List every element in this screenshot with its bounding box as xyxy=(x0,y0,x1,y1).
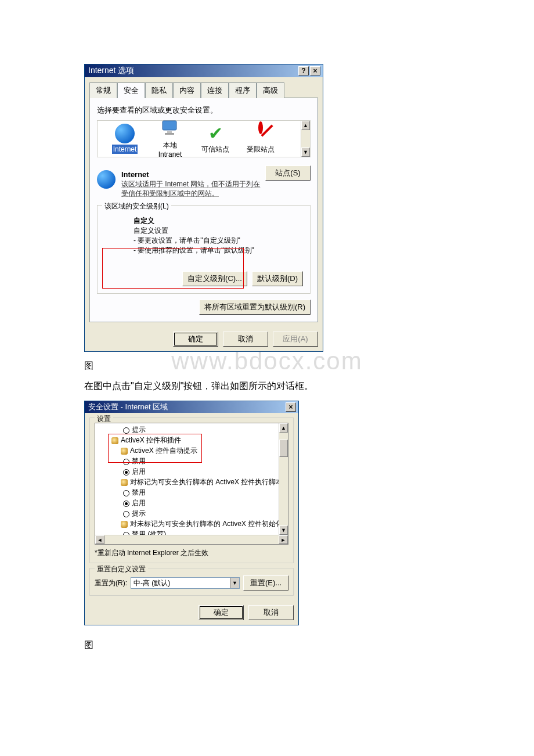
reset-legend: 重置自定义设置 xyxy=(95,564,148,574)
settings-tree-content: 提示 ActiveX 控件和插件 ActiveX 控件自动提示 禁用 启用 对标… xyxy=(95,423,288,545)
custom-sub: 自定义设置 xyxy=(134,226,303,236)
tree-activex-auto-prompt: ActiveX 控件自动提示 xyxy=(98,445,286,456)
ok-button-2[interactable]: 确定 xyxy=(199,605,244,620)
tree-safe-enable[interactable]: 启用 xyxy=(98,498,286,508)
dialog-buttons: 确定 取消 应用(A) xyxy=(85,327,323,351)
zone-trusted[interactable]: ✔ 可信站点 xyxy=(193,124,238,154)
monitor-icon xyxy=(160,120,180,139)
zone-intranet[interactable]: 本地 Intranet xyxy=(147,120,193,159)
close-button[interactable]: × xyxy=(310,66,320,75)
reset-button[interactable]: 重置(E)... xyxy=(243,575,288,591)
body-text-1: 在图中点击"自定义级别"按钮，弹出如图所示的对话框。 xyxy=(84,380,450,393)
close-button-2[interactable]: × xyxy=(286,402,296,412)
tree-safe-disable[interactable]: 禁用 xyxy=(98,487,286,498)
zone-selector-panel: Internet 本地 Intranet ✔ 可信站点 受限站点 xyxy=(97,120,311,157)
tab-body: 选择要查看的区域或更改安全设置。 Internet 本地 Intranet ✔ … xyxy=(89,98,318,322)
titlebar-2: 安全设置 - Internet 区域 × xyxy=(85,401,298,413)
custom-level-block: 自定义 自定义设置 - 要更改设置，请单击"自定义级别" - 要使用推荐的设置，… xyxy=(134,216,303,255)
gear-icon xyxy=(121,521,128,528)
security-settings-dialog: 安全设置 - Internet 区域 × 设置 提示 ActiveX 控件和插件… xyxy=(84,401,299,625)
tab-security[interactable]: 安全 xyxy=(117,82,145,98)
dialog2-title: 安全设置 - Internet 区域 xyxy=(87,402,284,412)
tab-content[interactable]: 内容 xyxy=(173,82,201,98)
reset-dropdown[interactable]: 中-高 (默认) ▼ xyxy=(131,577,240,589)
dropdown-arrow-icon: ▼ xyxy=(230,578,239,588)
selected-zone-description: 该区域适用于 Internet 网站，但不适用于列在受信任和受限制区域中的网站。 xyxy=(121,180,265,198)
zone-internet[interactable]: Internet xyxy=(102,124,147,154)
security-level-fieldset: 该区域的安全级别(L) 自定义 自定义设置 - 要更改设置，请单击"自定义级别"… xyxy=(97,205,311,294)
svg-rect-2 xyxy=(165,133,174,135)
tab-privacy[interactable]: 隐私 xyxy=(145,82,173,98)
scroll-left-icon[interactable]: ◄ xyxy=(95,535,104,544)
internet-options-dialog: Internet 选项 ? × 常规 安全 隐私 内容 连接 程序 高级 选择要… xyxy=(84,64,323,352)
tree-safe-script: 对标记为可安全执行脚本的 ActiveX 控件执行脚本* xyxy=(98,477,286,487)
level-buttons-row: 自定义级别(C)... 默认级别(D) xyxy=(104,271,303,286)
settings-tree-panel: 提示 ActiveX 控件和插件 ActiveX 控件自动提示 禁用 启用 对标… xyxy=(95,423,288,545)
scroll-up-icon[interactable]: ▲ xyxy=(279,423,288,433)
cancel-button-2[interactable]: 取消 xyxy=(248,605,294,620)
zone-restricted[interactable]: 受限站点 xyxy=(238,124,283,154)
security-level-legend: 该区域的安全级别(L) xyxy=(102,201,171,211)
tree-prompt-0[interactable]: 提示 xyxy=(98,424,286,435)
tab-general[interactable]: 常规 xyxy=(89,82,117,98)
radio-icon xyxy=(123,459,129,465)
tree-scrollbar-vertical[interactable]: ▲ ▼ xyxy=(279,423,288,535)
reset-all-zones-button[interactable]: 将所有区域重置为默认级别(R) xyxy=(199,300,311,315)
tree-unsafe-script: 对未标记为可安全执行脚本的 ActiveX 控件初始化并执 xyxy=(98,519,286,529)
gear-icon xyxy=(121,479,128,486)
tree-safe-prompt[interactable]: 提示 xyxy=(98,508,286,519)
zone-trusted-label: 可信站点 xyxy=(201,145,229,154)
tree-activex-group: ActiveX 控件和插件 xyxy=(98,435,286,445)
radio-on-icon xyxy=(123,501,129,507)
reset-all-row: 将所有区域重置为默认级别(R) xyxy=(97,300,311,315)
radio-icon xyxy=(123,511,129,517)
ok-button[interactable]: 确定 xyxy=(173,332,218,347)
custom-level-button[interactable]: 自定义级别(C)... xyxy=(182,271,247,286)
reset-custom-fieldset: 重置自定义设置 重置为(R): 中-高 (默认) ▼ 重置(E)... xyxy=(89,568,294,596)
custom-title: 自定义 xyxy=(134,216,303,226)
zone-restricted-label: 受限站点 xyxy=(247,145,275,154)
scroll-right-icon[interactable]: ► xyxy=(279,535,288,544)
scroll-up-arrow[interactable]: ▲ xyxy=(301,121,310,130)
svg-rect-1 xyxy=(167,131,172,133)
zone-instruction-label: 选择要查看的区域或更改安全设置。 xyxy=(97,105,311,116)
scroll-down-arrow[interactable]: ▼ xyxy=(301,147,310,157)
sites-button[interactable]: 站点(S) xyxy=(265,165,311,181)
figure-caption-2: 图 xyxy=(84,639,450,651)
cancel-button[interactable]: 取消 xyxy=(223,332,268,347)
custom-line1: - 要更改设置，请单击"自定义级别" xyxy=(134,236,303,246)
tree-auto-disable[interactable]: 禁用 xyxy=(98,456,286,466)
figure-caption-1: 图 xyxy=(84,360,450,372)
selected-zone-globe-icon xyxy=(97,170,116,189)
reset-label: 重置为(R): xyxy=(95,578,127,588)
scroll-thumb[interactable] xyxy=(279,440,288,457)
help-button[interactable]: ? xyxy=(298,66,309,75)
reset-dropdown-value: 中-高 (默认) xyxy=(134,578,170,588)
tab-advanced[interactable]: 高级 xyxy=(257,82,284,98)
dialog-title: Internet 选项 xyxy=(87,66,297,76)
zone-internet-label: Internet xyxy=(112,145,138,154)
default-level-button[interactable]: 默认级别(D) xyxy=(252,271,303,286)
settings-fieldset: 设置 提示 ActiveX 控件和插件 ActiveX 控件自动提示 禁用 启用… xyxy=(89,417,294,563)
scroll-down-icon[interactable]: ▼ xyxy=(279,525,288,535)
tree-scrollbar-horizontal[interactable]: ◄ ► xyxy=(95,535,288,544)
titlebar: Internet 选项 ? × xyxy=(85,64,323,77)
zone-intranet-label: 本地 Intranet xyxy=(158,141,182,159)
tab-programs[interactable]: 程序 xyxy=(229,82,257,98)
svg-rect-0 xyxy=(163,121,176,130)
selected-zone-title: Internet xyxy=(121,170,265,179)
tab-connections[interactable]: 连接 xyxy=(201,82,229,98)
radio-icon xyxy=(123,427,129,434)
forbid-icon xyxy=(251,124,270,143)
tree-auto-enable[interactable]: 启用 xyxy=(98,466,286,477)
gear-icon xyxy=(111,437,118,444)
dialog2-buttons: 确定 取消 xyxy=(85,600,298,625)
custom-line2: - 要使用推荐的设置，请单击"默认级别" xyxy=(134,246,303,255)
zone-scrollbar[interactable]: ▲ ▼ xyxy=(301,121,310,157)
globe-icon xyxy=(115,124,135,143)
radio-on-icon xyxy=(123,469,129,476)
apply-button[interactable]: 应用(A) xyxy=(273,332,318,347)
tabs-row: 常规 安全 隐私 内容 连接 程序 高级 xyxy=(85,77,323,98)
restart-note: *重新启动 Internet Explorer 之后生效 xyxy=(95,548,288,558)
gear-icon xyxy=(121,448,128,455)
